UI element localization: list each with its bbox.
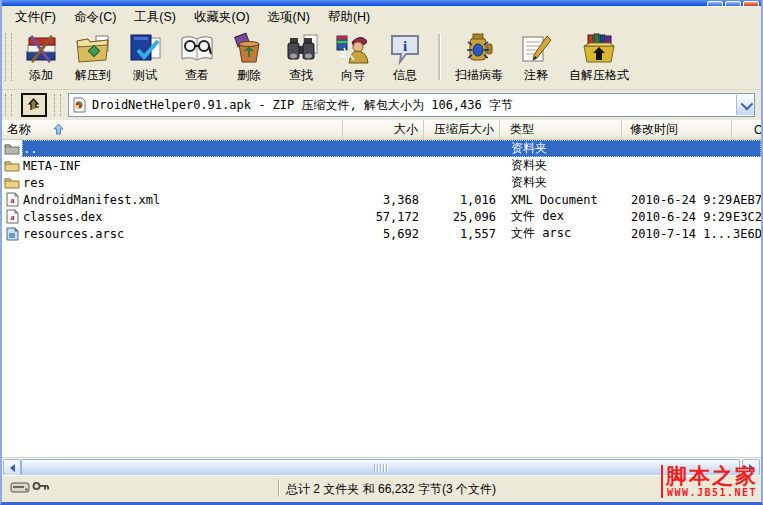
folder-icon bbox=[2, 176, 22, 189]
toolbar-button-label: 信息 bbox=[393, 67, 417, 84]
table-row-classes-dex[interactable]: a classes.dex 57,172 25,096 文件 dex 2010-… bbox=[2, 208, 761, 225]
cell-name: .. bbox=[22, 142, 344, 156]
table-row-res[interactable]: res 资料夹 bbox=[2, 174, 761, 191]
cell-packed: 1,016 bbox=[425, 193, 501, 207]
sfx-button[interactable]: 自解压格式 bbox=[563, 30, 635, 86]
cell-name: resources.arsc bbox=[22, 227, 344, 241]
column-label: 压缩后大小 bbox=[434, 121, 494, 138]
column-label: 类型 bbox=[510, 121, 534, 138]
table-row-resources-arsc[interactable]: resources.arsc 5,692 1,557 文件 arsc 2010-… bbox=[2, 225, 761, 242]
test-button[interactable]: 测试 bbox=[120, 30, 170, 86]
cell-modified: 2010-7-14 1... bbox=[623, 227, 733, 241]
menu-favorites[interactable]: 收藏夹(O) bbox=[185, 7, 259, 28]
toolbar-grip[interactable] bbox=[5, 33, 12, 81]
cell-type: XML Document bbox=[501, 193, 623, 207]
cell-size: 5,692 bbox=[344, 227, 425, 241]
close-button[interactable] bbox=[743, 1, 759, 7]
scrollbar-thumb[interactable] bbox=[21, 459, 740, 476]
menu-file[interactable]: 文件(F) bbox=[6, 7, 65, 28]
arrow-left-icon bbox=[10, 464, 15, 472]
find-button[interactable]: 查找 bbox=[276, 30, 326, 86]
file-list: .. 资料夹 META-INF 资料夹 bbox=[2, 140, 761, 457]
drive-icon[interactable] bbox=[10, 480, 30, 494]
table-row-androidmanifest[interactable]: a AndroidManifest.xml 3,368 1,016 XML Do… bbox=[2, 191, 761, 208]
menu-commands[interactable]: 命令(C) bbox=[65, 7, 125, 28]
toolbar-button-label: 向导 bbox=[341, 67, 365, 84]
folder-icon bbox=[2, 159, 22, 172]
toolbar-button-label: 查看 bbox=[185, 67, 209, 84]
cell-modified: 2010-6-24 9:29 bbox=[623, 210, 733, 224]
cell-type: 资料夹 bbox=[501, 157, 623, 174]
combobox-dropdown-button[interactable] bbox=[736, 95, 754, 115]
key-icon[interactable] bbox=[32, 480, 50, 492]
cell-crc: AEB7 bbox=[733, 193, 761, 207]
winrar-window: 文件(F) 命令(C) 工具(S) 收藏夹(O) 选项(N) 帮助(H) 添加 bbox=[0, 0, 763, 505]
cell-crc: 3E6D bbox=[733, 227, 761, 241]
toolbar-button-label: 添加 bbox=[29, 67, 53, 84]
menu-help[interactable]: 帮助(H) bbox=[319, 7, 379, 28]
archive-path-text: DroidNetHelper0.91.apk - ZIP 压缩文件, 解包大小为… bbox=[89, 97, 736, 114]
cell-size: 57,172 bbox=[344, 210, 425, 224]
toolbar-button-label: 测试 bbox=[133, 67, 157, 84]
add-archive-icon bbox=[22, 32, 60, 66]
up-one-level-button[interactable] bbox=[19, 92, 49, 118]
column-label: 修改时间 bbox=[630, 121, 678, 138]
comment-button[interactable]: 注释 bbox=[511, 30, 561, 86]
maximize-button[interactable] bbox=[725, 1, 741, 7]
column-header-size[interactable]: 大小 bbox=[343, 120, 424, 140]
cell-type: 文件 dex bbox=[501, 208, 623, 225]
toolbar-button-label: 注释 bbox=[524, 67, 548, 84]
toolbar-button-label: 查找 bbox=[289, 67, 313, 84]
chevron-down-icon bbox=[741, 97, 754, 110]
cell-name: AndroidManifest.xml bbox=[22, 193, 344, 207]
horizontal-scrollbar[interactable] bbox=[2, 457, 761, 475]
delete-button[interactable]: 删除 bbox=[224, 30, 274, 86]
arsc-file-icon bbox=[2, 226, 22, 241]
svg-text:a: a bbox=[10, 213, 14, 222]
cell-packed: 25,096 bbox=[425, 210, 501, 224]
extract-to-icon bbox=[74, 32, 112, 66]
svg-text:a: a bbox=[10, 196, 14, 205]
totals-text: 总计 2 文件夹 和 66,232 字节(3 个文件) bbox=[286, 481, 496, 498]
virus-scan-icon bbox=[460, 32, 498, 66]
add-button[interactable]: 添加 bbox=[16, 30, 66, 86]
archive-path-combobox[interactable]: DroidNetHelper0.91.apk - ZIP 压缩文件, 解包大小为… bbox=[68, 93, 755, 117]
info-icon: i bbox=[386, 32, 424, 66]
extract-to-button[interactable]: 解压到 bbox=[68, 30, 118, 86]
watermark-title: 脚本之家 bbox=[666, 465, 758, 487]
toolbar-separator bbox=[438, 34, 441, 80]
column-header-type[interactable]: 类型 bbox=[500, 120, 622, 140]
table-row-up-dir[interactable]: .. 资料夹 bbox=[2, 140, 761, 157]
dex-file-icon: a bbox=[2, 209, 22, 224]
minimize-button[interactable] bbox=[707, 1, 723, 7]
watermark-url: WWW.JB51.NET bbox=[666, 487, 758, 498]
virus-scan-button[interactable]: 扫描病毒 bbox=[449, 30, 509, 86]
wizard-icon bbox=[334, 32, 372, 66]
cell-packed: 1,557 bbox=[425, 227, 501, 241]
info-button[interactable]: i 信息 bbox=[380, 30, 430, 86]
wizard-button[interactable]: 向导 bbox=[328, 30, 378, 86]
column-header-name[interactable]: 名称 bbox=[2, 120, 343, 140]
column-header-modified[interactable]: 修改时间 bbox=[622, 120, 732, 140]
scroll-left-button[interactable] bbox=[3, 459, 21, 476]
address-grip[interactable] bbox=[5, 94, 12, 116]
comment-icon bbox=[517, 32, 555, 66]
menu-tools[interactable]: 工具(S) bbox=[125, 7, 185, 28]
cell-modified: 2010-6-24 9:29 bbox=[623, 193, 733, 207]
toolbar-button-label: 解压到 bbox=[75, 67, 111, 84]
table-row-meta-inf[interactable]: META-INF 资料夹 bbox=[2, 157, 761, 174]
view-button[interactable]: 查看 bbox=[172, 30, 222, 86]
column-header-packed[interactable]: 压缩后大小 bbox=[424, 120, 500, 140]
zip-archive-icon bbox=[71, 97, 87, 113]
sort-ascending-icon bbox=[53, 124, 64, 135]
combo-grip[interactable] bbox=[54, 94, 61, 116]
menu-options[interactable]: 选项(N) bbox=[259, 7, 319, 28]
xml-file-icon: a bbox=[2, 192, 22, 207]
cell-type: 资料夹 bbox=[501, 140, 623, 157]
title-bar bbox=[2, 0, 761, 6]
toolbar-button-label: 自解压格式 bbox=[569, 67, 629, 84]
sfx-icon bbox=[580, 32, 618, 66]
cell-name: res bbox=[22, 176, 344, 190]
column-header-crc[interactable]: C bbox=[732, 120, 761, 140]
menu-bar: 文件(F) 命令(C) 工具(S) 收藏夹(O) 选项(N) 帮助(H) bbox=[2, 6, 761, 28]
